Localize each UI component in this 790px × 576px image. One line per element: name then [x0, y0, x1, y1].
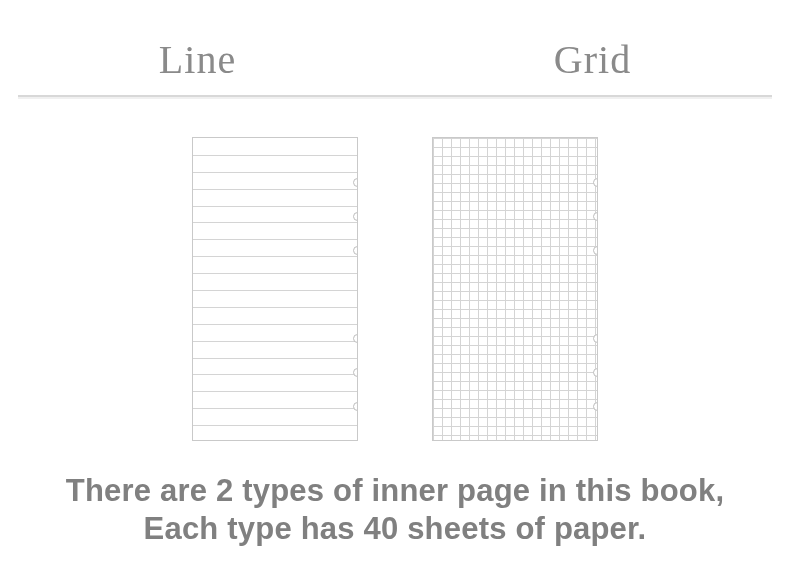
binder-hole-icon — [353, 368, 358, 377]
rule-line — [193, 358, 357, 359]
rule-line — [193, 324, 357, 325]
binder-hole-icon — [593, 402, 598, 411]
product-info-card: Line Grid There are 2 types of inner pag… — [0, 0, 790, 576]
rule-line — [193, 206, 357, 207]
header-grid: Grid — [395, 36, 790, 83]
rule-line — [193, 189, 357, 190]
rule-line — [193, 273, 357, 274]
rule-line — [193, 374, 357, 375]
binder-hole-icon — [593, 368, 598, 377]
caption: There are 2 types of inner page in this … — [0, 472, 790, 548]
lined-sheet-illustration — [192, 137, 358, 441]
grid-sheet-illustration — [432, 137, 598, 441]
rule-line — [193, 155, 357, 156]
rule-line — [193, 307, 357, 308]
rule-line — [193, 222, 357, 223]
headers-row: Line Grid — [0, 0, 790, 83]
binder-hole-icon — [593, 334, 598, 343]
binder-hole-icon — [353, 178, 358, 187]
binder-hole-icon — [353, 334, 358, 343]
rule-line — [193, 341, 357, 342]
rule-line — [193, 408, 357, 409]
rule-line — [193, 391, 357, 392]
divider — [18, 95, 772, 99]
binder-hole-icon — [353, 212, 358, 221]
binder-hole-icon — [593, 212, 598, 221]
caption-line-1: There are 2 types of inner page in this … — [66, 473, 724, 508]
rule-line — [193, 172, 357, 173]
binder-hole-icon — [593, 178, 598, 187]
header-line: Line — [0, 36, 395, 83]
caption-line-2: Each type has 40 sheets of paper. — [144, 511, 647, 546]
rule-line — [193, 425, 357, 426]
rule-line — [193, 256, 357, 257]
illustration-row — [0, 137, 790, 441]
binder-hole-icon — [353, 402, 358, 411]
rule-line — [193, 239, 357, 240]
binder-hole-icon — [593, 246, 598, 255]
binder-hole-icon — [353, 246, 358, 255]
rule-line — [193, 290, 357, 291]
